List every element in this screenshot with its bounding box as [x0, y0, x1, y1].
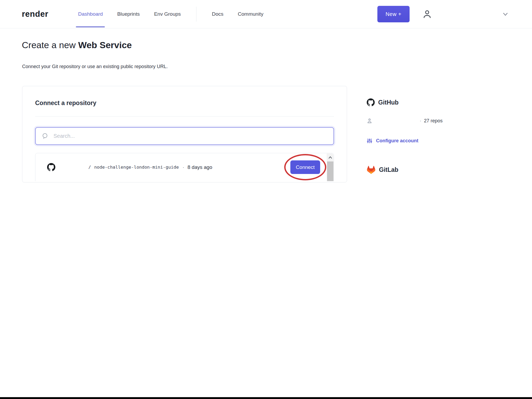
repo-search-box	[35, 127, 334, 145]
new-button[interactable]: New +	[377, 6, 410, 22]
configure-account-link[interactable]: Configure account	[367, 138, 516, 144]
repository-row[interactable]: /node-challenge-london-mini-guide · 8 da…	[35, 153, 334, 181]
gitlab-title: GitLab	[379, 166, 398, 173]
nav-item-docs[interactable]: Docs	[212, 0, 223, 28]
page-title: Create a new Web Service	[22, 40, 132, 50]
nav-right-group: New +	[377, 6, 510, 22]
account-person-icon	[367, 118, 372, 124]
nav-item-env-groups[interactable]: Env Groups	[154, 0, 181, 28]
github-section-header: GitHub	[367, 98, 516, 106]
gitlab-icon	[367, 166, 376, 174]
sliders-icon	[367, 138, 372, 144]
page-title-prefix: Create a new	[22, 40, 78, 50]
render-logo[interactable]: render	[22, 9, 48, 19]
account-meta-dot: ·	[420, 118, 421, 124]
github-repo-icon	[47, 163, 55, 171]
chevron-down-icon[interactable]	[502, 10, 510, 18]
gitlab-section-header: GitLab	[367, 166, 516, 174]
nav-item-community[interactable]: Community	[238, 0, 263, 28]
git-providers-panel: GitHub · 27 repos	[367, 98, 516, 174]
github-account-row: · 27 repos	[367, 118, 516, 124]
user-account-icon[interactable]	[422, 8, 433, 20]
repos-count: 27 repos	[424, 118, 443, 124]
repo-meta-dot: ·	[183, 164, 184, 170]
nav-divider	[196, 7, 196, 22]
repo-name: node-challenge-london-mini-guide	[94, 165, 179, 170]
repo-path-separator: /	[88, 165, 91, 170]
card-divider	[35, 116, 334, 117]
connect-repository-card: Connect a repository /node-challenge-lon	[22, 86, 347, 182]
scroll-up-arrow-icon[interactable]	[327, 153, 333, 161]
screenshot-bottom-edge	[0, 397, 532, 399]
card-heading: Connect a repository	[35, 86, 334, 107]
github-title: GitHub	[378, 99, 399, 106]
render-create-web-service-page: render Dashboard Blueprints Env Groups D…	[0, 0, 532, 399]
search-input[interactable]	[53, 133, 328, 139]
scrollbar-thumb[interactable]	[327, 161, 333, 181]
repo-path: /node-challenge-london-mini-guide	[88, 165, 179, 170]
page-title-emphasis: Web Service	[78, 40, 132, 50]
primary-nav: Dashboard Blueprints Env Groups Docs Com…	[78, 0, 263, 28]
search-icon	[42, 132, 49, 140]
configure-account-label: Configure account	[376, 138, 418, 144]
repository-list: /node-challenge-london-mini-guide · 8 da…	[35, 153, 334, 181]
connect-button[interactable]: Connect	[290, 160, 320, 174]
nav-item-dashboard[interactable]: Dashboard	[78, 0, 103, 28]
nav-item-blueprints[interactable]: Blueprints	[117, 0, 140, 28]
redacted-account-name	[433, 13, 502, 15]
repo-updated-time: 8 days ago	[188, 164, 212, 170]
page-subtitle: Connect your Git repository or use an ex…	[22, 64, 168, 69]
repo-list-scrollbar	[327, 153, 333, 181]
top-navigation-bar: render Dashboard Blueprints Env Groups D…	[0, 0, 532, 28]
github-icon	[367, 98, 375, 106]
